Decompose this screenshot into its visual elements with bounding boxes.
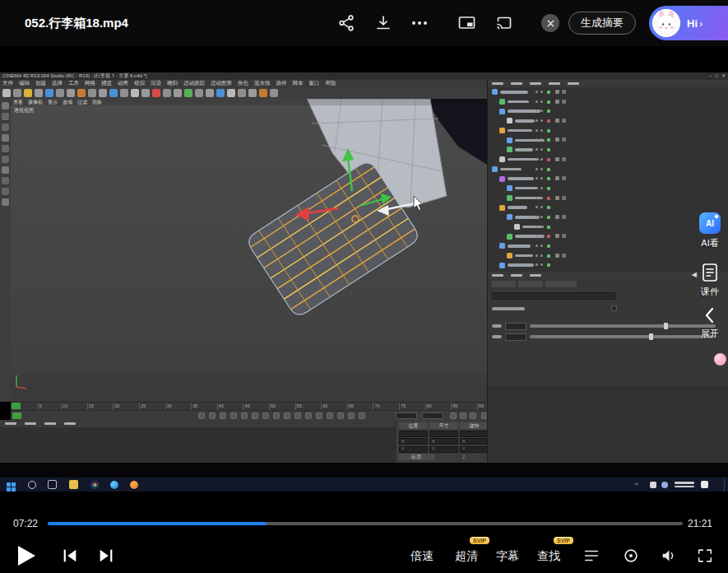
visibility-dot[interactable] — [540, 206, 543, 208]
transport-icon[interactable] — [262, 412, 269, 419]
c4d-tool-icon[interactable] — [259, 89, 267, 97]
c4d-tool-icon[interactable] — [99, 89, 107, 97]
c4d-side-tool-icon[interactable] — [2, 113, 9, 120]
visibility-dot[interactable] — [536, 177, 538, 179]
transport-icon[interactable] — [230, 412, 237, 419]
c4d-menu-item[interactable]: 角色 — [238, 80, 248, 87]
c4d-tool-icon[interactable] — [270, 89, 278, 97]
ai-watch-button[interactable]: AI AI看 — [699, 212, 721, 249]
object-row[interactable] — [488, 174, 728, 184]
object-row[interactable] — [488, 126, 728, 136]
c4d-tool-icon[interactable] — [163, 89, 171, 97]
menu-placeholder[interactable] — [25, 422, 36, 425]
settings-button[interactable] — [622, 547, 640, 565]
viewport-menu-item[interactable]: 选项 — [63, 99, 72, 106]
object-tag[interactable] — [562, 100, 566, 104]
transport-icon[interactable] — [294, 412, 301, 419]
visibility-dot[interactable] — [536, 206, 538, 208]
c4d-menu-item[interactable]: 工具 — [68, 80, 79, 87]
coord-field[interactable]: Z — [429, 446, 458, 453]
attribute-dropdown[interactable] — [492, 292, 615, 300]
slider-value-field[interactable] — [505, 323, 526, 330]
c4d-tool-icon[interactable] — [109, 89, 118, 97]
c4d-tool-icon[interactable] — [248, 89, 257, 97]
generate-summary-button[interactable]: 生成摘要 — [568, 12, 636, 35]
subtitle-button[interactable]: 字幕 — [496, 549, 519, 564]
minimize-icon[interactable]: – — [709, 72, 712, 80]
menu-placeholder[interactable] — [511, 82, 522, 85]
visibility-dot[interactable] — [536, 254, 538, 257]
transport-icon[interactable] — [316, 412, 322, 419]
c4d-menu-item[interactable]: 模拟 — [134, 80, 145, 87]
play-button[interactable] — [18, 546, 37, 566]
c4d-tool-icon[interactable] — [24, 89, 32, 97]
visibility-dot[interactable] — [536, 263, 538, 266]
visibility-dot[interactable] — [536, 158, 538, 161]
previous-button[interactable] — [61, 547, 79, 565]
progress-bar[interactable] — [48, 522, 683, 525]
transport-icon[interactable] — [359, 412, 365, 419]
c4d-tool-icon[interactable] — [120, 89, 128, 97]
task-view-icon[interactable] — [48, 480, 57, 489]
visibility-dot[interactable] — [536, 187, 538, 189]
volume-button[interactable] — [660, 547, 678, 565]
c4d-side-tool-icon[interactable] — [2, 134, 9, 142]
enable-check[interactable] — [547, 129, 550, 133]
courseware-button[interactable]: 课件 — [701, 263, 719, 298]
attribute-checkbox[interactable] — [611, 305, 617, 311]
enable-check[interactable] — [547, 235, 550, 238]
current-frame-marker[interactable] — [12, 412, 21, 419]
object-tag[interactable] — [555, 119, 559, 123]
c4d-side-tool-icon[interactable] — [2, 198, 9, 206]
visibility-dot[interactable] — [540, 177, 543, 179]
c4d-menu-item[interactable]: 帮助 — [326, 80, 336, 87]
c4d-side-tool-icon[interactable] — [2, 166, 9, 174]
viewport-menu-item[interactable]: 面板 — [92, 99, 102, 106]
coord-field[interactable]: Y — [460, 438, 489, 445]
object-row[interactable] — [488, 184, 728, 193]
c4d-menu-item[interactable]: 流水线 — [254, 80, 271, 87]
transport-toggle[interactable] — [450, 412, 457, 419]
visibility-dot[interactable] — [540, 245, 543, 247]
object-tag[interactable] — [555, 215, 559, 219]
c4d-tool-icon[interactable] — [152, 89, 160, 97]
object-tag[interactable] — [555, 176, 559, 180]
frame-field[interactable] — [422, 412, 443, 419]
coord-field[interactable]: Y — [399, 438, 428, 445]
visibility-dot[interactable] — [536, 100, 538, 103]
c4d-menu-item[interactable]: 运动跟踪 — [183, 80, 205, 87]
search-in-video-button[interactable]: 查找 — [537, 549, 560, 564]
menu-placeholder[interactable] — [511, 274, 522, 277]
taskbar-search-icon[interactable] — [28, 481, 36, 489]
next-button[interactable] — [97, 547, 115, 565]
menu-placeholder[interactable] — [568, 82, 579, 85]
coord-field[interactable]: Z — [399, 446, 428, 453]
visibility-dot[interactable] — [540, 148, 543, 151]
close-button[interactable] — [541, 14, 559, 32]
viewport-menu-item[interactable]: 查看 — [13, 99, 23, 106]
slider-knob[interactable] — [649, 333, 653, 340]
object-row[interactable] — [488, 222, 728, 232]
cast-button[interactable] — [494, 13, 514, 33]
enable-check[interactable] — [547, 187, 550, 190]
c4d-menu-item[interactable]: 选择 — [52, 80, 63, 87]
maximize-icon[interactable]: □ — [715, 72, 718, 80]
tray-icon[interactable] — [661, 482, 668, 488]
enable-check[interactable] — [547, 254, 550, 258]
object-tag[interactable] — [562, 234, 566, 238]
visibility-dot[interactable] — [540, 168, 543, 170]
enable-check[interactable] — [547, 138, 550, 142]
c4d-tool-icon[interactable] — [35, 89, 43, 97]
quality-button[interactable]: 超清 — [455, 549, 478, 564]
object-tag[interactable] — [555, 234, 559, 238]
c4d-tool-icon[interactable] — [184, 89, 192, 97]
slider-track[interactable] — [530, 324, 716, 328]
c4d-tool-icon[interactable] — [141, 89, 150, 97]
visibility-dot[interactable] — [540, 197, 543, 199]
visibility-dot[interactable] — [536, 197, 538, 199]
c4d-side-tool-icon[interactable] — [2, 123, 9, 131]
window-close-icon[interactable]: ✕ — [721, 72, 726, 80]
assistant-entry[interactable]: Hi › — [649, 6, 728, 40]
c4d-timeline-ruler[interactable]: 051015202530354045505560657075808590 — [11, 402, 487, 410]
enable-check[interactable] — [547, 206, 550, 209]
